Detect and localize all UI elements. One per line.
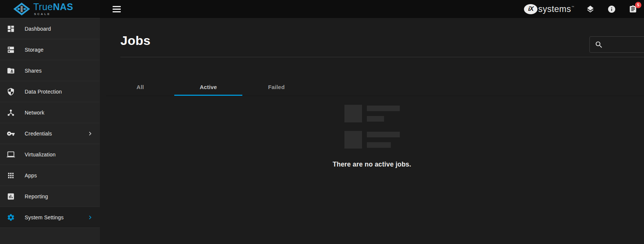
sidebar-item-data-protection[interactable]: Data Protection	[0, 81, 100, 102]
page-title: Jobs	[120, 33, 644, 48]
sidebar-item-dashboard[interactable]: Dashboard	[0, 18, 100, 39]
sidebar-item-shares[interactable]: Shares	[0, 60, 100, 81]
active-tab-indicator	[174, 95, 242, 96]
sidebar-item-apps[interactable]: Apps	[0, 165, 100, 186]
sidebar: Dashboard Storage Shares Data Protection…	[0, 18, 100, 244]
empty-state: There are no active jobs.	[100, 105, 644, 168]
apps-grid-icon	[7, 171, 15, 180]
ix-oval-icon: iX	[524, 4, 537, 14]
skeleton-row	[344, 105, 400, 122]
menu-icon[interactable]	[111, 4, 122, 14]
laptop-icon	[7, 150, 15, 159]
shared-folder-icon	[7, 67, 15, 75]
title-divider	[120, 57, 644, 57]
bar-chart-icon	[7, 192, 15, 201]
chevron-right-icon	[86, 130, 94, 137]
shield-icon	[7, 88, 15, 96]
sidebar-item-label: Shares	[25, 68, 42, 74]
search-input[interactable]	[606, 42, 644, 48]
skeleton-square	[344, 105, 362, 122]
skeleton-bar	[367, 142, 391, 148]
sidebar-item-label: Virtualization	[25, 152, 56, 158]
dashboard-icon	[7, 25, 15, 33]
sidebar-item-label: Reporting	[25, 193, 48, 199]
truecommand-icon[interactable]	[585, 4, 595, 14]
sidebar-item-credentials[interactable]: Credentials	[0, 123, 100, 144]
tab-failed[interactable]: Failed	[242, 78, 310, 96]
tab-label: Failed	[268, 84, 285, 90]
sidebar-item-label: Credentials	[25, 131, 52, 137]
storage-icon	[7, 46, 15, 54]
chevron-right-icon	[86, 214, 94, 221]
brand-area: TrueNAS SCALE	[0, 0, 100, 18]
tabs: All Active Failed	[106, 78, 644, 96]
sidebar-item-network[interactable]: Network	[0, 102, 100, 123]
jobs-history-icon[interactable]: 5	[628, 4, 638, 14]
app-root: TrueNAS SCALE iX systems ™ 5	[0, 0, 644, 244]
gear-icon	[7, 213, 15, 222]
sidebar-item-reporting[interactable]: Reporting	[0, 186, 100, 207]
sidebar-item-label: Network	[25, 110, 45, 116]
tab-label: Active	[200, 84, 217, 90]
sidebar-item-label: Apps	[25, 173, 37, 179]
tab-active[interactable]: Active	[174, 78, 242, 96]
sidebar-item-virtualization[interactable]: Virtualization	[0, 144, 100, 165]
sidebar-item-system-settings[interactable]: System Settings	[0, 207, 100, 228]
key-icon	[7, 129, 15, 138]
tab-all[interactable]: All	[106, 78, 174, 96]
jobs-count-badge: 5	[635, 2, 641, 8]
skeleton-bar	[367, 132, 400, 137]
skeleton-bar	[367, 106, 400, 111]
ixsystems-logo[interactable]: iX systems ™	[524, 4, 574, 14]
search-box[interactable]	[589, 36, 644, 53]
skeleton-row	[344, 131, 400, 149]
sidebar-item-storage[interactable]: Storage	[0, 39, 100, 60]
skeleton-square	[344, 131, 362, 149]
main-content: Jobs All Active Failed There are no acti…	[100, 18, 644, 244]
skeleton-bar	[367, 116, 384, 122]
sidebar-item-label: System Settings	[25, 214, 64, 220]
topbar: TrueNAS SCALE iX systems ™ 5	[0, 0, 644, 18]
topbar-actions: iX systems ™ 5	[524, 4, 644, 14]
brand-name: TrueNAS	[33, 2, 73, 12]
truenas-logo[interactable]: TrueNAS SCALE	[13, 2, 73, 16]
tabs-header: All Active Failed	[106, 78, 644, 96]
empty-state-skeleton	[344, 105, 400, 157]
sidebar-item-label: Storage	[25, 47, 43, 53]
truenas-logo-icon	[13, 3, 30, 15]
info-icon[interactable]	[607, 4, 617, 14]
network-hub-icon	[7, 109, 15, 117]
tab-label: All	[137, 84, 144, 90]
sidebar-item-label: Dashboard	[25, 26, 51, 32]
empty-state-message: There are no active jobs.	[332, 161, 411, 168]
search-icon	[595, 40, 603, 49]
brand-subtitle: SCALE	[34, 13, 73, 16]
sidebar-item-label: Data Protection	[25, 89, 62, 95]
